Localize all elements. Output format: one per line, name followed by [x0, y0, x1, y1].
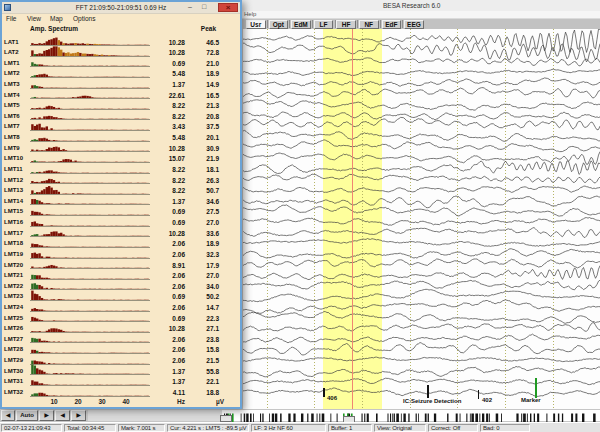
amp-spectrum-plot: [30, 364, 150, 375]
fft-channel-row[interactable]: LMT324.1118.8: [2, 386, 240, 397]
toolbar-button-nf[interactable]: NF: [359, 20, 379, 29]
eeg-trace: [243, 357, 600, 362]
status-field: Bad: 0: [480, 424, 530, 432]
peak-frequency-value: 4.11: [148, 389, 185, 396]
eeg-trace: [243, 174, 600, 183]
peak-amplitude-value: 27.0: [188, 219, 219, 226]
nav-step-back-button[interactable]: ◀: [55, 410, 70, 421]
amp-spectrum-plot: [30, 99, 150, 110]
toolbar-button-edf[interactable]: EdF: [382, 20, 402, 29]
channel-label: LMT27: [4, 336, 23, 342]
channel-label: LMT6: [4, 113, 20, 119]
nav-auto-button[interactable]: Auto: [16, 410, 38, 421]
maximize-icon[interactable]: □: [198, 3, 210, 12]
peak-frequency-value: 2.06: [148, 251, 185, 258]
toolbar-button-eeg[interactable]: EEG: [404, 20, 424, 29]
eeg-trace: [243, 343, 600, 356]
status-field: Correct: Off: [428, 424, 478, 432]
event-label-406: 406: [327, 395, 337, 401]
peak-frequency-value: 2.06: [148, 346, 185, 353]
eeg-trace: [243, 161, 600, 175]
channel-label: LMT21: [4, 272, 23, 278]
status-field: Cur: 4.221 s : LMT5 : -89.5 µV: [167, 424, 249, 432]
menu-help[interactable]: Help: [244, 11, 256, 17]
eeg-trace: [243, 280, 600, 290]
x-axis-unit: Hz: [148, 398, 185, 405]
amp-spectrum-plot: [30, 184, 150, 195]
channel-label: LMT20: [4, 262, 23, 268]
status-bar: 02-07-13 21:09:43Total: 00:34:45Mark: 7.…: [0, 422, 600, 432]
eeg-trace: [243, 140, 600, 152]
channel-label: LMT18: [4, 240, 23, 246]
amp-spectrum-plot: [30, 311, 150, 322]
toolbar-button-edm[interactable]: EdM: [291, 20, 311, 29]
peak-frequency-value: 15.07: [148, 155, 185, 162]
amp-spectrum-plot: [30, 205, 150, 216]
peak-amplitude-value: 30.9: [188, 145, 219, 152]
peak-frequency-value: 22.61: [148, 92, 185, 99]
nav-page-fwd-button[interactable]: ▶: [39, 410, 54, 421]
x-tick-30: 30: [96, 398, 108, 405]
toolbar-button-usr[interactable]: Usr: [246, 20, 266, 29]
peak-amplitude-value: 16.5: [188, 92, 219, 99]
overview-thumb-left[interactable]: [220, 415, 232, 422]
amp-spectrum-plot: [30, 131, 150, 142]
status-field: LF: 3 Hz NF 60: [251, 424, 326, 432]
channel-label: LMT15: [4, 208, 23, 214]
fft-menu-file[interactable]: File: [6, 15, 16, 22]
peak-amplitude-value: 22.1: [188, 378, 219, 385]
amp-spectrum-plot: [30, 386, 150, 397]
fft-menu-options[interactable]: Options: [73, 15, 95, 22]
peak-amplitude-value: 14.9: [188, 81, 219, 88]
arrow-left-icon: ◀: [6, 412, 10, 418]
peak-amplitude-value: 27.5: [188, 208, 219, 215]
nav-page-back-button[interactable]: ◀: [1, 410, 15, 421]
amp-spectrum-plot: [30, 258, 150, 269]
amp-spectrum-plot: [30, 194, 150, 205]
eeg-trace: [243, 29, 600, 52]
toolbar-button-hf[interactable]: HF: [336, 20, 356, 29]
channel-label: LMT19: [4, 251, 23, 257]
eeg-trace-area[interactable]: 406 IC:Seizure Detection 402 Marker: [243, 29, 600, 409]
arrow-right-icon: ▶: [76, 412, 80, 418]
toolbar-button-lf[interactable]: LF: [314, 20, 334, 29]
eeg-trace: [243, 130, 600, 141]
amp-spectrum-plot: [30, 354, 150, 365]
minimize-icon[interactable]: –: [184, 3, 196, 12]
fft-menu-view[interactable]: View: [27, 15, 41, 22]
channel-label: LMT23: [4, 293, 23, 299]
peak-amplitude-value: 34.6: [188, 198, 219, 205]
toolbar-button-opt[interactable]: Opt: [269, 20, 289, 29]
channel-label: LMT13: [4, 187, 23, 193]
fft-title-bar[interactable]: FFT 21:09:50-21:09:51 0.69 Hz – □ ×: [2, 2, 240, 14]
channel-label: LMT28: [4, 346, 23, 352]
peak-amplitude-value: 21.9: [188, 155, 219, 162]
amp-spectrum-plot: [30, 152, 150, 163]
fft-menu-map[interactable]: Map: [50, 15, 63, 22]
peak-frequency-value: 10.28: [148, 145, 185, 152]
peak-frequency-value: 8.22: [148, 102, 185, 109]
event-overview-strip[interactable]: [222, 410, 600, 421]
eeg-trace: [243, 196, 600, 208]
nav-auto-label: Auto: [20, 412, 34, 418]
event-label-seizure-detection: IC:Seizure Detection: [403, 398, 461, 404]
peak-amplitude-value: 18.9: [188, 240, 219, 247]
nav-step-fwd-button[interactable]: ▶: [71, 410, 86, 421]
channel-label: LAT2: [4, 49, 19, 55]
amp-spectrum-plot: [30, 279, 150, 290]
peak-frequency-value: 0.69: [148, 219, 185, 226]
y-axis-unit: µV: [192, 398, 224, 405]
amp-spectrum-plot: [30, 120, 150, 131]
channel-label: LMT2: [4, 70, 20, 76]
peak-amplitude-value: 20.8: [188, 113, 219, 120]
eeg-trace: [243, 186, 600, 192]
peak-frequency-value: 0.69: [148, 293, 185, 300]
channel-label: LMT12: [4, 177, 23, 183]
peak-amplitude-value: 37.5: [188, 123, 219, 130]
eeg-trace: [243, 249, 600, 258]
close-icon[interactable]: ×: [218, 3, 238, 12]
amp-spectrum-plot: [30, 332, 150, 343]
channel-label: LMT17: [4, 230, 23, 236]
eeg-trace: [243, 218, 600, 226]
x-tick-20: 20: [72, 398, 84, 405]
